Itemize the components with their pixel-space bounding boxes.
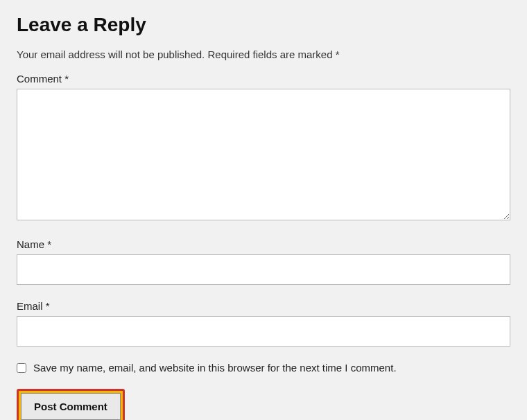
form-heading: Leave a Reply bbox=[17, 14, 510, 36]
submit-highlight: Post Comment bbox=[17, 389, 125, 420]
save-info-checkbox[interactable] bbox=[17, 363, 26, 373]
notice-unpublished: Your email address will not be published… bbox=[17, 49, 205, 60]
comment-label: Comment * bbox=[17, 73, 510, 85]
name-input[interactable] bbox=[17, 254, 510, 285]
email-input[interactable] bbox=[17, 316, 510, 347]
notice-required: Required fields are marked * bbox=[207, 49, 339, 60]
name-label: Name * bbox=[17, 238, 510, 250]
post-comment-button[interactable]: Post Comment bbox=[21, 393, 121, 420]
comment-textarea[interactable] bbox=[17, 89, 510, 220]
form-notice: Your email address will not be published… bbox=[17, 49, 510, 60]
save-info-row: Save my name, email, and website in this… bbox=[17, 362, 510, 374]
email-label: Email * bbox=[17, 300, 510, 312]
save-info-label: Save my name, email, and website in this… bbox=[33, 362, 397, 374]
